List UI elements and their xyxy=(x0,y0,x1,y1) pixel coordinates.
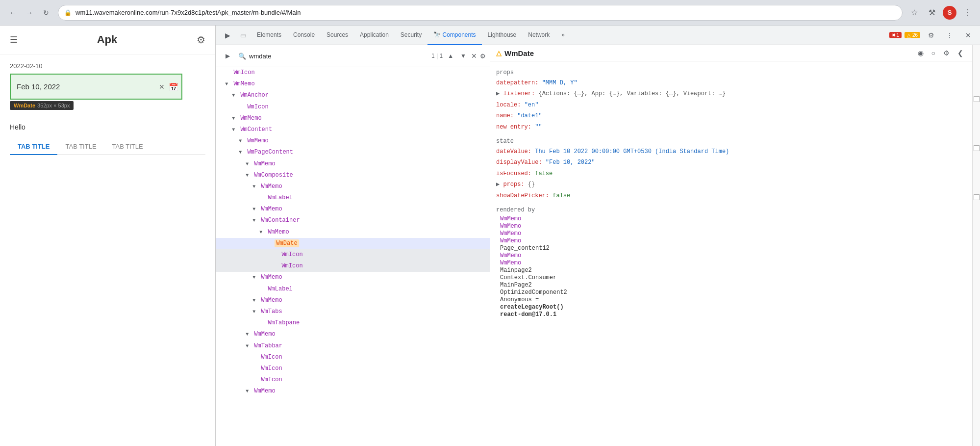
menu-button[interactable]: ⋮ xyxy=(960,6,974,20)
tab-item-2[interactable]: TAB TITLE xyxy=(104,139,151,155)
mini-checkbox-2[interactable] xyxy=(974,145,980,151)
date-clear-button[interactable]: ✕ xyxy=(159,83,165,91)
devtools-settings-button[interactable]: ⚙ xyxy=(923,27,939,43)
tab-more[interactable]: » xyxy=(555,26,571,45)
search-input[interactable] xyxy=(249,52,428,60)
bookmark-button[interactable]: ☆ xyxy=(907,6,921,20)
tree-item[interactable]: WmIcon xyxy=(216,261,490,272)
tree-item[interactable]: ▼ WmTabbar xyxy=(216,341,490,352)
rendered-link[interactable]: WmMemo xyxy=(496,215,521,222)
props-eye-button[interactable]: ○ xyxy=(929,48,938,58)
tab-security[interactable]: Security xyxy=(395,26,427,45)
tab-sources[interactable]: Sources xyxy=(321,26,354,45)
tree-item[interactable]: ▼ WmContent xyxy=(216,124,490,135)
tree-item[interactable]: ▼ WmMemo xyxy=(216,295,490,306)
back-button[interactable]: ← xyxy=(6,6,20,20)
devtools-menu-button[interactable]: ⋮ xyxy=(942,27,957,43)
tooltip-dimensions: 352px × 53px xyxy=(37,103,70,108)
warning-icon: △ xyxy=(496,49,502,57)
tree-item[interactable]: ▼ WmMemo xyxy=(216,227,490,238)
tree-item[interactable]: ▼ WmMemo xyxy=(216,113,490,124)
date-input[interactable] xyxy=(10,74,182,100)
mini-checkbox-3[interactable] xyxy=(974,194,980,200)
rendered-link[interactable]: WmMemo xyxy=(496,237,521,244)
props-panel: props datepattern: "MMM D, Y" ▶ listener… xyxy=(490,61,972,446)
user-avatar: S xyxy=(943,6,956,20)
tree-item[interactable]: ▼ WmMemo xyxy=(216,386,490,397)
expand-icon[interactable]: ▶ xyxy=(496,181,503,188)
tree-item[interactable]: ▼ WmAnchor xyxy=(216,90,490,101)
rendered-link[interactable]: WmMemo xyxy=(496,252,521,259)
extensions-button[interactable]: ⚒ xyxy=(925,6,939,20)
rendered-link[interactable]: WmMemo xyxy=(496,223,521,230)
search-close-button[interactable]: ✕ xyxy=(471,52,477,60)
tree-item-wmdate[interactable]: WmDate xyxy=(216,238,490,249)
reload-button[interactable]: ↻ xyxy=(39,6,53,20)
search-next-button[interactable]: ▼ xyxy=(458,52,468,60)
tree-item[interactable]: ▼ WmMemo xyxy=(216,135,490,147)
tree-item[interactable]: ▼ WmMemo xyxy=(216,204,490,215)
tree-inspect-button[interactable]: ▶ xyxy=(220,48,235,64)
component-name: WmIcon xyxy=(281,251,302,258)
prop-line: datepattern: "MMM D, Y" xyxy=(496,78,966,88)
rendered-by-item: createLegacyRoot() xyxy=(496,304,966,311)
tree-item[interactable]: ▼ WmMemo xyxy=(216,158,490,170)
expand-icon[interactable]: ▶ xyxy=(496,90,503,97)
tree-item[interactable]: ▼ WmMemo xyxy=(216,79,490,90)
tree-item[interactable]: ▼ WmMemo xyxy=(216,272,490,283)
date-calendar-button[interactable]: 📅 xyxy=(169,82,178,91)
tree-arrow: ▼ xyxy=(237,149,244,157)
tree-item[interactable]: ▼ WmMemo xyxy=(216,329,490,340)
tree-item[interactable]: WmIcon xyxy=(216,363,490,374)
search-prev-button[interactable]: ▲ xyxy=(446,52,455,60)
mini-checkbox-1[interactable] xyxy=(974,96,980,102)
props-settings-button[interactable]: ⚙ xyxy=(940,48,953,58)
tree-item[interactable]: ▼ WmTabs xyxy=(216,306,490,317)
rendered-link[interactable]: WmMemo xyxy=(496,260,521,266)
component-name: WmMemo xyxy=(247,137,268,144)
app-panel: ☰ Apk ⚙ 2022-02-10 ✕ 📅 WmDate 352px × 53… xyxy=(0,26,216,446)
tree-item[interactable]: ▼ WmMemo xyxy=(216,181,490,192)
tree-item[interactable]: WmIcon xyxy=(216,102,490,113)
tree-item[interactable]: WmTabpane xyxy=(216,317,490,329)
search-count: 1 | 1 xyxy=(431,52,443,59)
tree-item[interactable]: ▼ WmContainer xyxy=(216,215,490,226)
tab-console[interactable]: Console xyxy=(287,26,321,45)
props-clock-button[interactable]: ◉ xyxy=(915,48,927,58)
warn-badge: △ 26 xyxy=(905,32,920,38)
tree-item[interactable]: WmIcon xyxy=(216,67,490,79)
tree-item[interactable]: ▼ WmComposite xyxy=(216,170,490,181)
devtools-close-button[interactable]: ✕ xyxy=(960,27,976,43)
tab-lighthouse[interactable]: Lighthouse xyxy=(482,26,523,45)
prop-key: datepattern: xyxy=(496,79,538,86)
prop-value: false xyxy=(553,192,570,199)
tree-item[interactable]: ▼ WmPageContent xyxy=(216,147,490,158)
rendered-plain: OptimizedComponent2 xyxy=(496,289,567,296)
tab-item-1[interactable]: TAB TITLE xyxy=(57,139,104,155)
tree-item[interactable]: WmIcon xyxy=(216,249,490,261)
hamburger-button[interactable]: ☰ xyxy=(10,34,18,45)
tab-elements[interactable]: Elements xyxy=(251,26,287,45)
settings-button[interactable]: ⚙ xyxy=(197,34,205,46)
tab-components[interactable]: 🔭 Components xyxy=(427,26,481,45)
rendered-by-item: WmMemo xyxy=(496,223,966,230)
devtools-panel: ▶ ▭ Elements Console Sources Application… xyxy=(216,26,980,446)
prop-line: locale: "en" xyxy=(496,100,966,110)
forward-button[interactable]: → xyxy=(23,6,36,20)
date-input-row: ✕ 📅 WmDate 352px × 53px xyxy=(10,74,205,100)
tree-item[interactable]: WmLabel xyxy=(216,284,490,295)
prop-value: {} xyxy=(528,181,535,188)
inspect-button[interactable]: ▶ xyxy=(220,27,235,43)
device-button[interactable]: ▭ xyxy=(235,27,251,43)
address-bar[interactable]: 🔒 wm11.wavemakeronline.com/run-7x9x2d8c1… xyxy=(58,5,903,21)
components-tree: ▶ 🔍 1 | 1 ▲ ▼ ✕ ⚙ WmIcon xyxy=(216,45,490,446)
search-settings-button[interactable]: ⚙ xyxy=(480,52,486,60)
tab-item-0[interactable]: TAB TITLE xyxy=(10,139,57,155)
tree-item[interactable]: WmLabel xyxy=(216,192,490,204)
tree-item[interactable]: WmIcon xyxy=(216,374,490,386)
tab-network[interactable]: Network xyxy=(522,26,555,45)
rendered-link[interactable]: WmMemo xyxy=(496,230,521,237)
props-close-button[interactable]: ❮ xyxy=(955,48,966,58)
tree-item[interactable]: WmIcon xyxy=(216,352,490,363)
tab-application[interactable]: Application xyxy=(354,26,395,45)
